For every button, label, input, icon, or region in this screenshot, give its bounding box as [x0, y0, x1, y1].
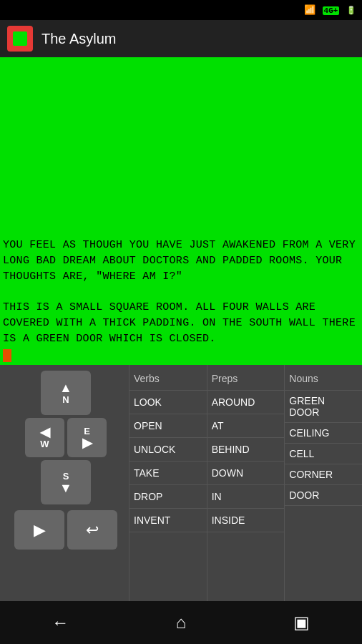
status-bar: ≡≡≡ THU 11:12 PM 📶 4G+ 🔋 — [0, 0, 362, 20]
east-label: E — [84, 426, 90, 436]
verbs-header: Verbs — [129, 365, 207, 391]
verb-look[interactable]: LOOK — [129, 391, 207, 414]
verb-open[interactable]: OPEN — [129, 414, 207, 438]
room-description: THIS IS A SMALL SQUARE ROOM. ALL FOUR WA… — [3, 300, 359, 346]
dpad-north-button[interactable]: ▲ N — [41, 371, 91, 415]
noun-cell[interactable]: CELL — [285, 444, 362, 464]
status-connectivity: 📶 4G+ 🔋 — [304, 4, 356, 16]
dpad-row-north: ▲ N — [41, 371, 91, 415]
app-icon-inner — [13, 31, 27, 46]
status-signal-icon: ≡≡≡ — [6, 4, 26, 16]
verbs-list: LOOK OPEN UNLOCK TAKE DROP INVENT — [129, 391, 207, 601]
dpad-row-south: S ▼ — [41, 460, 91, 504]
west-label: W — [40, 439, 49, 449]
dpad-south-button[interactable]: S ▼ — [41, 460, 91, 504]
verb-drop[interactable]: DROP — [129, 485, 207, 509]
game-screen: YOU FEEL AS THOUGH YOU HAVE JUST AWAKENE… — [0, 57, 362, 365]
north-label: N — [62, 394, 69, 405]
home-icon: ⌂ — [176, 613, 187, 633]
nouns-list: GREENDOOR CEILING CELL CORNER DOOR — [285, 391, 362, 601]
nav-bar: ← ⌂ ▣ — [0, 601, 362, 644]
dpad-west-button[interactable]: ◀ W — [25, 418, 64, 457]
recent-icon: ▣ — [293, 613, 310, 633]
dpad-east-button[interactable]: E ▶ — [67, 418, 107, 457]
status-time: THU 11:12 PM — [124, 4, 206, 16]
west-arrow-icon: ◀ — [40, 426, 50, 439]
prep-around[interactable]: AROUND — [207, 391, 285, 414]
play-button[interactable]: ▶ — [14, 510, 64, 550]
play-icon: ▶ — [34, 521, 46, 540]
noun-ceiling[interactable]: CEILING — [285, 423, 362, 444]
preps-column: Preps AROUND AT BEHIND DOWN IN INSIDE — [207, 365, 285, 601]
verbs-column: Verbs LOOK OPEN UNLOCK TAKE DROP INVENT — [129, 365, 207, 601]
controls-area: ▲ N ◀ W E ▶ S ▼ ▶ — [0, 365, 362, 601]
noun-green-door[interactable]: GREENDOOR — [285, 391, 362, 423]
verb-take[interactable]: TAKE — [129, 462, 207, 485]
recent-button[interactable]: ▣ — [280, 608, 323, 637]
undo-button[interactable]: ↩ — [67, 510, 117, 550]
preps-list: AROUND AT BEHIND DOWN IN INSIDE — [207, 391, 285, 601]
dpad-row-we: ◀ W E ▶ — [25, 418, 107, 457]
prep-inside[interactable]: INSIDE — [207, 509, 285, 532]
app-icon — [7, 26, 33, 52]
noun-corner[interactable]: CORNER — [285, 464, 362, 485]
nouns-header: Nouns — [285, 365, 362, 391]
north-arrow-icon: ▲ — [59, 381, 72, 394]
east-arrow-icon: ▶ — [82, 436, 92, 449]
verb-unlock[interactable]: UNLOCK — [129, 438, 207, 462]
app-title: The Asylum — [41, 31, 116, 47]
intro-paragraph: YOU FEEL AS THOUGH YOU HAVE JUST AWAKENE… — [3, 238, 359, 284]
prep-behind[interactable]: BEHIND — [207, 438, 285, 462]
preps-header: Preps — [207, 365, 285, 391]
prep-in[interactable]: IN — [207, 485, 285, 509]
prep-down[interactable]: DOWN — [207, 462, 285, 485]
noun-door[interactable]: DOOR — [285, 485, 362, 506]
game-text: YOU FEEL AS THOUGH YOU HAVE JUST AWAKENE… — [3, 238, 359, 362]
title-bar: The Asylum — [0, 20, 362, 57]
verb-invent[interactable]: INVENT — [129, 509, 207, 532]
south-arrow-icon: ▼ — [59, 482, 72, 494]
text-cursor — [3, 349, 11, 362]
south-label: S — [63, 471, 69, 482]
home-button[interactable]: ⌂ — [160, 608, 202, 637]
direction-pad: ▲ N ◀ W E ▶ S ▼ ▶ — [0, 365, 129, 601]
back-icon: ← — [52, 613, 69, 633]
action-row: ▶ ↩ — [14, 510, 117, 550]
undo-icon: ↩ — [86, 521, 99, 540]
nouns-column: Nouns GREENDOOR CEILING CELL CORNER DOOR — [284, 365, 362, 601]
back-button[interactable]: ← — [39, 608, 82, 637]
word-columns: Verbs LOOK OPEN UNLOCK TAKE DROP INVENT … — [129, 365, 362, 601]
prep-at[interactable]: AT — [207, 414, 285, 438]
